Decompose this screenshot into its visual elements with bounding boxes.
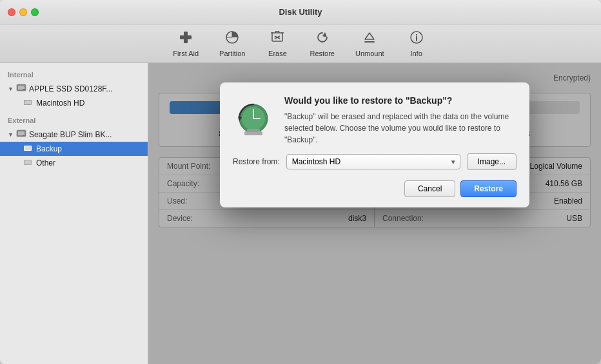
modal-restore-row: Restore from: Macintosh HD ▼ Image... — [233, 153, 517, 170]
window-title: Disk Utility — [279, 7, 322, 17]
external-section-label: External — [0, 114, 148, 127]
modal-body: Would you like to restore to "Backup"? "… — [220, 82, 529, 180]
svg-point-15 — [415, 34, 417, 35]
first-aid-label: First Aid — [173, 50, 199, 57]
svg-rect-22 — [18, 131, 25, 135]
modal-overlay: Would you like to restore to "Backup"? "… — [148, 63, 601, 364]
restore-from-select[interactable]: Macintosh HD — [286, 154, 460, 169]
svg-rect-20 — [25, 101, 31, 104]
close-button[interactable] — [8, 8, 15, 16]
partition-icon — [225, 30, 239, 48]
backup-volume-icon — [23, 144, 32, 154]
restore-from-label: Restore from: — [233, 157, 280, 166]
content-area: Encrypted) Used 89.09 GB — [148, 63, 601, 364]
sidebar-item-other[interactable]: Other — [0, 156, 148, 170]
minimize-button[interactable] — [19, 8, 27, 16]
disk-icon — [16, 83, 26, 94]
info-label: Info — [410, 50, 422, 57]
partition-label: Partition — [219, 50, 245, 57]
restore-toolbar-button[interactable]: Restore — [302, 26, 342, 61]
svg-point-18 — [23, 89, 25, 90]
erase-icon — [270, 30, 284, 48]
expand-triangle-2: ▼ — [8, 131, 14, 138]
maximize-button[interactable] — [31, 8, 39, 16]
unmount-label: Unmount — [355, 50, 384, 57]
toolbar: First Aid Partition — [0, 24, 601, 63]
unmount-icon — [362, 30, 377, 48]
titlebar: Disk Utility — [0, 0, 601, 24]
svg-rect-25 — [25, 146, 31, 150]
erase-label: Erase — [268, 50, 287, 57]
modal-description: "Backup" will be erased and replaced wit… — [284, 111, 517, 146]
svg-marker-11 — [365, 33, 374, 39]
modal-buttons: Cancel Restore — [220, 180, 529, 207]
cancel-button[interactable]: Cancel — [404, 180, 455, 197]
time-machine-icon — [233, 95, 274, 137]
expand-triangle: ▼ — [8, 86, 14, 92]
sidebar-item-backup[interactable]: Backup — [0, 142, 148, 156]
restore-button[interactable]: Restore — [460, 180, 517, 197]
svg-rect-1 — [180, 35, 192, 39]
traffic-lights — [8, 8, 39, 16]
restore-label: Restore — [310, 50, 335, 57]
sidebar-item-macintosh-hd[interactable]: Macintosh HD — [0, 96, 148, 110]
restore-select-wrapper: Macintosh HD ▼ — [286, 154, 460, 169]
restore-icon — [315, 30, 330, 48]
sidebar-item-seagate-group[interactable]: ▼ Seagate BUP Slim BK... — [0, 127, 148, 142]
info-button[interactable]: Info — [397, 26, 436, 61]
main-content: Internal ▼ APPLE SSD SD0128F... — [0, 63, 601, 364]
modal-header: Would you like to restore to "Backup"? "… — [233, 95, 517, 146]
external-disk-icon — [16, 129, 26, 140]
svg-rect-17 — [18, 86, 25, 90]
apple-ssd-label: APPLE SSD SD0128F... — [29, 84, 112, 93]
modal-text-section: Would you like to restore to "Backup"? "… — [284, 95, 517, 146]
restore-dialog: Would you like to restore to "Backup"? "… — [220, 82, 529, 207]
first-aid-icon — [179, 30, 193, 48]
svg-rect-34 — [247, 129, 260, 132]
volume-icon — [23, 98, 32, 108]
modal-title: Would you like to restore to "Backup"? — [284, 95, 517, 106]
app-window: Disk Utility First Aid Partition — [0, 0, 601, 364]
internal-section-label: Internal — [0, 68, 148, 81]
sidebar: Internal ▼ APPLE SSD SD0128F... — [0, 63, 148, 364]
seagate-label: Seagate BUP Slim BK... — [29, 130, 112, 139]
other-volume-icon — [23, 158, 32, 168]
svg-point-23 — [23, 135, 25, 136]
other-label: Other — [36, 158, 55, 168]
sidebar-item-apple-ssd-group[interactable]: ▼ APPLE SSD SD0128F... — [0, 81, 148, 96]
image-button[interactable]: Image... — [467, 153, 517, 170]
erase-button[interactable]: Erase — [258, 26, 297, 61]
partition-button[interactable]: Partition — [212, 26, 253, 61]
svg-rect-27 — [25, 160, 31, 164]
macintosh-hd-label: Macintosh HD — [36, 99, 84, 108]
unmount-button[interactable]: Unmount — [348, 26, 392, 61]
info-icon — [409, 30, 424, 48]
first-aid-button[interactable]: First Aid — [165, 26, 206, 61]
backup-label: Backup — [36, 144, 62, 153]
